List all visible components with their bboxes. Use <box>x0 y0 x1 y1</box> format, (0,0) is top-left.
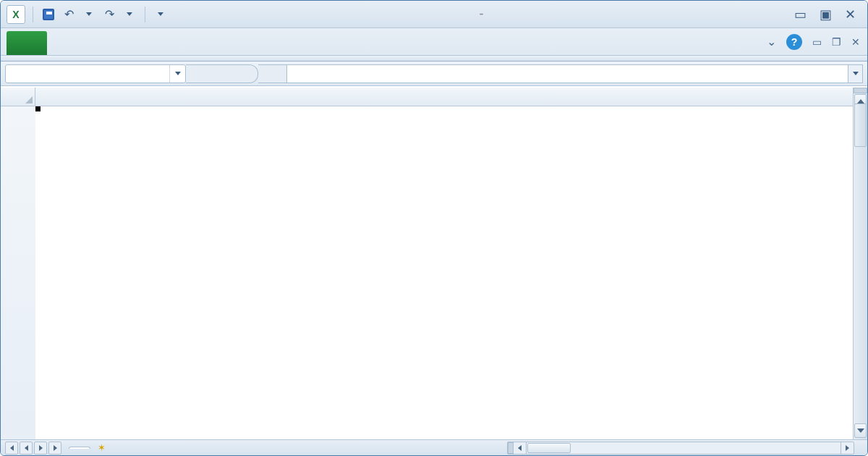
formula-bar-sep <box>186 64 258 83</box>
sheet-nav-next[interactable] <box>34 442 47 455</box>
selection-box <box>35 106 40 111</box>
file-tab[interactable] <box>7 31 47 55</box>
workbook-restore-icon[interactable]: ❐ <box>832 36 841 48</box>
save-icon <box>43 9 54 20</box>
ribbon-body <box>1 56 867 62</box>
vertical-scrollbar[interactable] <box>853 88 867 439</box>
worksheet-area <box>1 88 867 439</box>
qat-customize[interactable] <box>153 7 169 22</box>
horizontal-scroll-thumb[interactable] <box>527 443 571 453</box>
excel-icon[interactable]: X <box>7 5 25 24</box>
close-button[interactable]: ✕ <box>845 7 856 22</box>
save-button[interactable] <box>41 7 56 22</box>
tab-insert[interactable] <box>82 28 116 55</box>
sheet-nav-first[interactable] <box>5 442 18 455</box>
tab-review[interactable] <box>221 28 255 55</box>
ribbon-minimize-icon[interactable]: ⌄ <box>767 35 776 48</box>
new-sheet-icon[interactable]: ✶ <box>98 442 106 453</box>
horizontal-scrollbar[interactable] <box>507 442 854 455</box>
undo-dropdown[interactable] <box>81 7 97 22</box>
tab-formulas[interactable] <box>151 28 186 55</box>
help-icon[interactable]: ? <box>786 34 802 50</box>
workbook-minimize-icon[interactable]: ▭ <box>812 36 822 48</box>
fill-handle[interactable] <box>35 106 41 111</box>
window-title: - <box>169 7 794 22</box>
sheet-tab[interactable] <box>69 447 90 449</box>
scroll-down-button[interactable] <box>854 423 867 438</box>
quick-access-toolbar: X ↶ ↷ <box>7 5 169 24</box>
name-box[interactable] <box>5 64 186 83</box>
title-bar: X ↶ ↷ - ▭ ▣ ✕ <box>1 1 867 28</box>
tab-data[interactable] <box>186 28 221 55</box>
name-box-dropdown[interactable] <box>169 65 185 83</box>
redo-dropdown[interactable] <box>122 7 137 22</box>
sheet-nav <box>1 442 66 455</box>
maximize-button[interactable]: ▣ <box>820 7 832 22</box>
vertical-split-handle[interactable] <box>854 88 867 93</box>
workbook-close-icon[interactable]: ✕ <box>851 36 860 48</box>
scroll-left-button[interactable] <box>514 442 527 454</box>
redo-button[interactable]: ↷ <box>101 7 117 22</box>
vertical-scroll-thumb[interactable] <box>854 104 867 147</box>
select-all-corner[interactable] <box>1 88 35 106</box>
formula-bar <box>1 62 867 86</box>
fx-icon[interactable] <box>258 64 287 83</box>
undo-button[interactable]: ↶ <box>61 7 77 22</box>
status-bar: ✶ <box>1 439 867 455</box>
horizontal-split-handle[interactable] <box>508 442 514 454</box>
minimize-button[interactable]: ▭ <box>794 7 807 22</box>
tab-page-layout[interactable] <box>116 28 151 55</box>
tab-home[interactable] <box>47 28 82 55</box>
cells-grid[interactable] <box>35 106 853 439</box>
window-controls: ▭ ▣ ✕ <box>794 7 861 22</box>
row-headers <box>1 106 35 439</box>
formula-expand[interactable] <box>848 64 863 83</box>
column-headers <box>1 88 853 106</box>
sheet-nav-prev[interactable] <box>20 442 33 455</box>
tab-view[interactable] <box>255 28 290 55</box>
sheet-nav-last[interactable] <box>48 442 61 455</box>
scroll-right-button[interactable] <box>841 442 854 454</box>
ribbon-tabs: ⌄ ? ▭ ❐ ✕ <box>1 28 867 56</box>
formula-input[interactable] <box>287 64 848 83</box>
